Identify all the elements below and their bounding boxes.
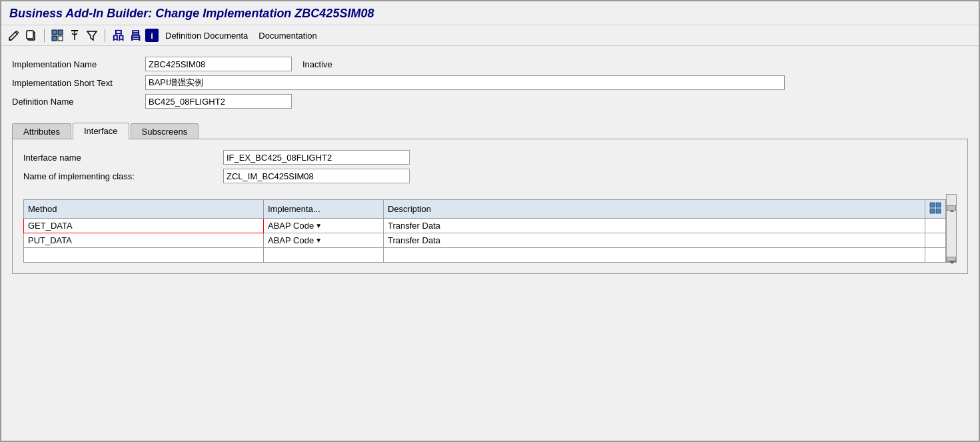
desc-cell-empty bbox=[384, 248, 925, 263]
svg-rect-9 bbox=[930, 203, 935, 207]
status-badge: Inactive bbox=[302, 59, 332, 69]
interface-name-label: Interface name bbox=[23, 153, 223, 163]
icon-cell-get-data bbox=[925, 219, 946, 233]
implementation-name-row: Implementation Name Inactive bbox=[12, 57, 968, 71]
short-text-label: Implementation Short Text bbox=[12, 78, 145, 88]
documentation-link[interactable]: Documentation bbox=[254, 29, 320, 42]
window-title: Business Add-In Builder: Change Implemen… bbox=[9, 7, 971, 21]
method-cell-empty[interactable] bbox=[24, 248, 264, 263]
short-text-row: Implementation Short Text bbox=[12, 75, 968, 90]
tab-subscreens[interactable]: Subscreens bbox=[131, 123, 199, 139]
tabs-container: Attributes Interface Subscreens Interfac… bbox=[12, 122, 968, 274]
definition-name-row: Definition Name bbox=[12, 94, 968, 109]
methods-table-wrapper: Method Implementa... Description bbox=[23, 194, 957, 263]
scrollbar-down[interactable] bbox=[947, 257, 956, 262]
col-header-method: Method bbox=[24, 200, 264, 219]
tabs-row: Attributes Interface Subscreens bbox=[12, 122, 968, 139]
desc-cell-get-data: Transfer Data bbox=[384, 219, 925, 233]
desc-cell-put-data: Transfer Data bbox=[384, 233, 925, 248]
methods-table: Method Implementa... Description bbox=[23, 199, 946, 263]
method-cell-get-data[interactable]: GET_DATA bbox=[24, 219, 264, 233]
col-header-implementation: Implementa... bbox=[264, 200, 384, 219]
main-window: Business Add-In Builder: Change Implemen… bbox=[0, 0, 980, 442]
definition-documenta-link[interactable]: Definition Documenta bbox=[161, 29, 252, 42]
implementation-name-input[interactable] bbox=[145, 57, 292, 71]
edit-icon[interactable] bbox=[7, 28, 21, 43]
definition-name-input[interactable] bbox=[145, 94, 292, 109]
svg-rect-5 bbox=[52, 36, 57, 41]
dropdown-arrow-put-data[interactable]: ▼ bbox=[315, 237, 322, 244]
tab-content-interface: Interface name Name of implementing clas… bbox=[12, 139, 968, 274]
icon-cell-empty bbox=[925, 248, 946, 263]
info-icon[interactable]: i bbox=[145, 29, 159, 42]
tab-attributes[interactable]: Attributes bbox=[12, 123, 71, 139]
main-content: Implementation Name Inactive Implementat… bbox=[1, 46, 979, 285]
menu2-icon[interactable]: 昌 bbox=[128, 28, 143, 43]
separator-1 bbox=[44, 29, 45, 42]
impl-cell-get-data: ABAP Code ▼ bbox=[264, 219, 384, 233]
copy-icon[interactable] bbox=[24, 28, 39, 43]
svg-rect-2 bbox=[27, 31, 33, 39]
svg-rect-6 bbox=[58, 36, 63, 41]
title-bar: Business Add-In Builder: Change Implemen… bbox=[1, 1, 979, 25]
svg-rect-12 bbox=[936, 209, 941, 213]
scrollbar-track bbox=[947, 212, 956, 257]
tab-interface[interactable]: Interface bbox=[73, 123, 129, 139]
scrollbar-up[interactable] bbox=[947, 205, 956, 211]
svg-rect-10 bbox=[936, 203, 941, 207]
class-name-row: Name of implementing class: bbox=[23, 169, 957, 183]
interface-section: Interface name Name of implementing clas… bbox=[23, 150, 957, 183]
table-row: GET_DATA ABAP Code ▼ Transfer Data bbox=[24, 219, 946, 233]
icon-cell-put-data bbox=[925, 233, 946, 248]
col-header-icon bbox=[925, 200, 946, 219]
toolbar: 品 昌 i Definition Documenta Documentation bbox=[1, 25, 979, 46]
separator-2 bbox=[105, 29, 105, 42]
class-name-input[interactable] bbox=[223, 169, 410, 183]
method-cell-put-data[interactable]: PUT_DATA bbox=[24, 233, 264, 248]
impl-cell-empty bbox=[264, 248, 384, 263]
svg-rect-3 bbox=[52, 30, 57, 35]
col-header-description: Description bbox=[384, 200, 925, 219]
definition-name-label: Definition Name bbox=[12, 97, 145, 107]
class-name-label: Name of implementing class: bbox=[23, 171, 223, 181]
interface-name-input[interactable] bbox=[223, 150, 410, 165]
table-row bbox=[24, 248, 946, 263]
interface-name-row: Interface name bbox=[23, 150, 957, 165]
object-nav-icon[interactable] bbox=[50, 28, 65, 43]
impl-cell-put-data: ABAP Code ▼ bbox=[264, 233, 384, 248]
short-text-input[interactable] bbox=[145, 75, 785, 90]
pin-icon[interactable] bbox=[67, 28, 82, 43]
svg-rect-11 bbox=[930, 209, 935, 213]
implementation-name-label: Implementation Name bbox=[12, 59, 145, 69]
scrollbar[interactable] bbox=[946, 194, 957, 263]
dropdown-arrow-get-data[interactable]: ▼ bbox=[315, 222, 322, 229]
menu1-icon[interactable]: 品 bbox=[111, 28, 125, 43]
table-row: PUT_DATA ABAP Code ▼ Transfer Data bbox=[24, 233, 946, 248]
svg-rect-4 bbox=[58, 30, 63, 35]
filter-icon[interactable] bbox=[85, 28, 99, 43]
